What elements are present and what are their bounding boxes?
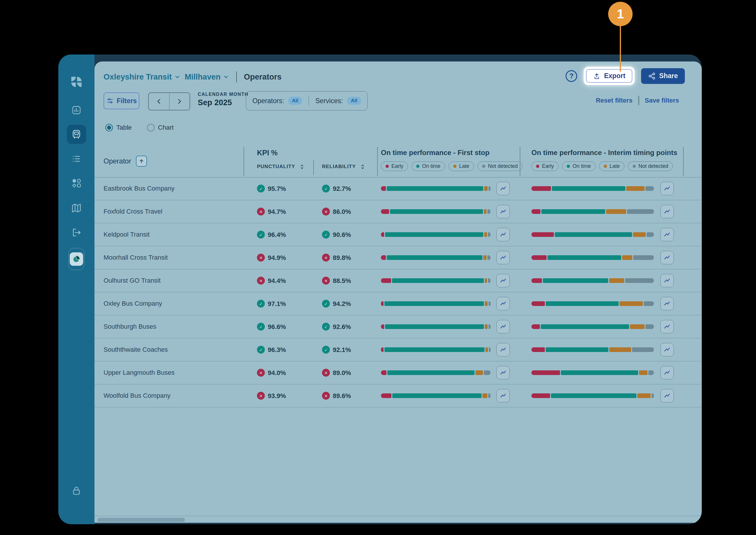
- first-stop-otp-bar: [381, 324, 491, 329]
- interim-trend-button[interactable]: [660, 389, 674, 403]
- first-stop-trend-button[interactable]: [497, 274, 510, 287]
- help-button[interactable]: ?: [565, 70, 577, 82]
- first-stop-otp-bar: [381, 186, 491, 191]
- filters-button[interactable]: Filters: [104, 92, 139, 109]
- punctuality-cell: ✕ 93.9%: [257, 392, 286, 400]
- share-button[interactable]: Share: [641, 68, 685, 84]
- upload-icon: [593, 72, 600, 80]
- first-stop-otp-bar: [381, 301, 491, 306]
- table-row[interactable]: Oxley Bus Company ✓ 97.1% ✓ 94.2%: [95, 292, 702, 315]
- next-month-button[interactable]: [169, 93, 190, 110]
- legend-pill-not-detected: Not detected: [628, 161, 673, 171]
- breadcrumb-area-select[interactable]: Millhaven: [185, 72, 229, 82]
- punctuality-value: 94.4%: [268, 277, 286, 284]
- otp-segment-early: [381, 209, 389, 214]
- interim-otp-bar: [531, 186, 654, 191]
- otp-segment-early: [531, 301, 545, 306]
- otp-segment-late: [485, 301, 487, 306]
- interim-trend-button[interactable]: [660, 205, 674, 218]
- late-dot-icon: [453, 165, 456, 168]
- table-row[interactable]: Moorhall Cross Transit ✕ 94.9% ✕ 89.8%: [95, 246, 702, 269]
- otp-segment-on-time: [392, 393, 482, 398]
- sidebar-item-services-list[interactable]: [67, 149, 86, 168]
- interim-trend-button[interactable]: [660, 228, 674, 241]
- scope-divider: [309, 96, 309, 106]
- interim-trend-button[interactable]: [660, 366, 674, 380]
- radio-selected-icon: [105, 124, 113, 131]
- interim-trend-button[interactable]: [660, 251, 674, 264]
- table-row[interactable]: Keldpool Transit ✓ 96.4% ✓ 90.6%: [95, 223, 702, 246]
- table-row[interactable]: Upper Langmouth Buses ✕ 94.0% ✕ 89.0%: [95, 361, 702, 384]
- table-row[interactable]: Oulhurst GO Transit ✕ 94.4% ✕ 88.5%: [95, 269, 702, 292]
- reliability-sort-button[interactable]: [360, 164, 365, 170]
- otp-segment-late: [482, 393, 487, 398]
- partner-app-icon: [69, 248, 84, 270]
- punctuality-cell: ✓ 96.6%: [257, 323, 286, 331]
- first-stop-trend-button[interactable]: [497, 205, 510, 218]
- reliability-status-icon: ✓: [322, 185, 330, 193]
- table-row[interactable]: Souththwaite Coaches ✓ 96.3% ✓ 92.1%: [95, 338, 702, 361]
- reset-filters-link[interactable]: Reset filters: [590, 97, 638, 104]
- otp-segment-late: [606, 209, 626, 214]
- view-toggle-chart[interactable]: Chart: [145, 124, 176, 132]
- operators-scope-badge: All: [288, 97, 302, 105]
- otp-segment-on-time: [387, 370, 474, 375]
- interim-trend-button[interactable]: [660, 343, 674, 356]
- operator-name: Keldpool Transit: [104, 231, 150, 239]
- trend-line-icon: [499, 254, 507, 261]
- interim-trend-button[interactable]: [660, 320, 674, 333]
- table-row[interactable]: Eastbrook Bus Company ✓ 95.7% ✓ 92.7%: [95, 177, 702, 200]
- punctuality-sort-button[interactable]: [299, 164, 305, 170]
- otp-segment-late: [637, 393, 651, 398]
- first-stop-trend-button[interactable]: [497, 366, 510, 380]
- sidebar-item-dashboard[interactable]: [67, 100, 86, 120]
- interim-trend-button[interactable]: [660, 297, 674, 310]
- breadcrumb-network-select[interactable]: Oxleyshire Transit: [104, 72, 181, 82]
- otp-segment-early: [531, 324, 540, 329]
- punctuality-value: 94.7%: [268, 208, 286, 215]
- punctuality-status-icon: ✕: [257, 208, 265, 216]
- operator-name: Moorhall Cross Transit: [104, 254, 168, 261]
- first-stop-trend-button[interactable]: [497, 320, 510, 333]
- table-row[interactable]: Southburgh Buses ✓ 96.6% ✓ 92.6%: [95, 315, 702, 338]
- otp-segment-early: [381, 370, 386, 375]
- otp-segment-on-time: [547, 255, 621, 260]
- otp-segment-not-detected: [489, 347, 491, 352]
- otp-segment-late: [483, 255, 487, 260]
- otp-segment-not-detected: [488, 393, 491, 398]
- radio-unselected-icon: [147, 124, 155, 131]
- first-stop-trend-button[interactable]: [497, 343, 510, 356]
- share-icon: [648, 72, 656, 80]
- table-row[interactable]: Woolfold Bus Company ✕ 93.9% ✕ 89.6%: [95, 384, 702, 408]
- sidebar-lock-button[interactable]: [67, 481, 86, 500]
- first-stop-legend: Early On time Late Not detected: [381, 161, 522, 171]
- first-stop-trend-button[interactable]: [497, 182, 510, 195]
- interim-trend-button[interactable]: [660, 274, 674, 287]
- otp-segment-late: [485, 324, 487, 329]
- sidebar-item-map[interactable]: [67, 198, 86, 218]
- sidebar-item-categories[interactable]: [67, 173, 86, 193]
- reliability-cell: ✓ 92.6%: [322, 323, 351, 331]
- table-row[interactable]: Foxfold Cross Travel ✕ 94.7% ✕ 86.0%: [95, 200, 702, 223]
- sidebar-item-partner-app[interactable]: [67, 249, 86, 269]
- otp-segment-not-detected: [646, 324, 654, 329]
- reliability-value: 92.1%: [333, 346, 351, 353]
- save-filters-link[interactable]: Save filters: [639, 97, 685, 104]
- operator-column-header: Operator: [104, 157, 131, 165]
- sidebar-item-logout[interactable]: [67, 223, 86, 242]
- operator-sort-button[interactable]: [136, 155, 147, 167]
- previous-month-button[interactable]: [149, 93, 169, 110]
- scope-summary[interactable]: Operators: All Services: All: [246, 91, 368, 110]
- export-button[interactable]: Export: [586, 69, 632, 83]
- interim-trend-button[interactable]: [660, 182, 674, 195]
- otp-segment-late: [626, 186, 645, 191]
- sidebar-item-operators[interactable]: [67, 125, 86, 144]
- horizontal-scrollbar-thumb[interactable]: [97, 518, 185, 522]
- first-stop-trend-button[interactable]: [497, 389, 510, 403]
- first-stop-trend-button[interactable]: [497, 297, 510, 310]
- view-toggle-table[interactable]: Table: [104, 124, 134, 132]
- first-stop-trend-button[interactable]: [497, 228, 510, 241]
- otp-segment-on-time: [546, 301, 619, 306]
- first-stop-trend-button[interactable]: [497, 251, 510, 264]
- interim-otp-bar: [531, 347, 654, 352]
